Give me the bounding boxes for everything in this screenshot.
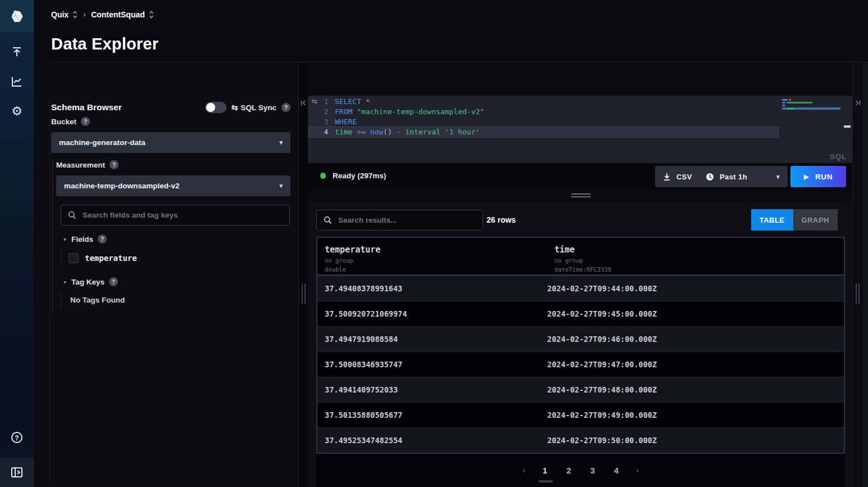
app-window: ⚙ ? Quix › ContentSquad bbox=[0, 0, 868, 487]
results-view-tabs: TABLE GRAPH bbox=[751, 209, 838, 231]
horizontal-splitter-handle[interactable] bbox=[571, 193, 590, 197]
collapse-caret-icon[interactable]: ▾ bbox=[63, 236, 66, 242]
table-cell: 37.500920721069974 bbox=[317, 309, 547, 318]
table-row[interactable]: 37.495253474825542024-02-27T09:50:00.000… bbox=[317, 427, 844, 453]
metrics-icon[interactable] bbox=[0, 74, 34, 89]
collapse-right-icon[interactable] bbox=[855, 100, 861, 106]
breadcrumb-workspace[interactable]: ContentSquad bbox=[91, 10, 154, 19]
line-number: 1 bbox=[308, 97, 335, 107]
measurement-dropdown[interactable]: machine-temp-downsampled-v2 ▾ bbox=[56, 175, 290, 196]
next-page-icon[interactable]: › bbox=[633, 466, 642, 475]
tab-table[interactable]: TABLE bbox=[751, 209, 793, 231]
table-cell: 2024-02-27T09:50:00.000Z bbox=[547, 436, 844, 445]
table-cell: 2024-02-27T09:46:00.000Z bbox=[547, 335, 844, 344]
results-table: temperature no group double time no grou… bbox=[316, 237, 845, 454]
table-cell: 37.50135880505677 bbox=[317, 411, 547, 420]
table-cell: 2024-02-27T09:45:00.000Z bbox=[547, 309, 844, 318]
editor-language-badge: SQL bbox=[830, 152, 847, 161]
query-status-bar: Ready (297ms) CSV Past 1h ▾ ▶ RUN bbox=[308, 163, 852, 190]
settings-gear-icon[interactable]: ⚙ bbox=[0, 103, 34, 119]
org-switcher-icon[interactable] bbox=[72, 11, 78, 19]
fields-label: Fields bbox=[71, 235, 93, 244]
table-cell: 37.49525347482554 bbox=[317, 436, 547, 445]
line-number: 3 bbox=[308, 117, 335, 127]
code-text: SELECT * bbox=[335, 97, 370, 107]
collapse-caret-icon[interactable]: ▾ bbox=[63, 279, 66, 285]
page-button-4[interactable]: 4 bbox=[611, 463, 621, 477]
column-header-time[interactable]: time no group dateTime:RFC3339 bbox=[555, 245, 611, 273]
sql-sync-help-icon[interactable]: ? bbox=[281, 103, 290, 112]
csv-label: CSV bbox=[676, 173, 692, 181]
minimap-line bbox=[782, 105, 785, 106]
tag-keys-section-header[interactable]: ▾ Tag Keys ? bbox=[63, 277, 118, 286]
schema-search-input[interactable]: Search fields and tag keys bbox=[61, 205, 290, 226]
table-cell: 37.50008346935747 bbox=[317, 360, 547, 369]
bucket-value: machine-generator-data bbox=[59, 138, 146, 147]
results-search-input[interactable]: Search results... bbox=[316, 210, 483, 231]
editor-minimap[interactable] bbox=[781, 98, 844, 160]
page-title: Data Explorer bbox=[51, 35, 158, 53]
help-icon[interactable]: ? bbox=[0, 430, 34, 445]
measurement-help-icon[interactable]: ? bbox=[110, 160, 119, 169]
bucket-help-icon[interactable]: ? bbox=[81, 117, 90, 126]
download-icon bbox=[663, 173, 671, 181]
splitter-handle[interactable] bbox=[856, 283, 860, 304]
page-button-2[interactable]: 2 bbox=[563, 463, 574, 477]
workspace-switcher-icon[interactable] bbox=[149, 11, 154, 19]
code-line[interactable]: 3WHERE bbox=[308, 117, 779, 127]
fields-section-header[interactable]: ▾ Fields ? bbox=[63, 235, 107, 244]
table-cell: 2024-02-27T09:48:00.000Z bbox=[547, 385, 844, 394]
table-row[interactable]: 37.494083789916432024-02-27T09:44:00.000… bbox=[317, 276, 844, 301]
code-line[interactable]: 4time >= now() - interval '1 hour' bbox=[308, 127, 779, 137]
sql-sync-toggle[interactable] bbox=[205, 102, 226, 113]
breadcrumb-org[interactable]: Quix bbox=[51, 10, 78, 19]
collapse-left-icon[interactable] bbox=[300, 100, 307, 106]
no-tags-message: No Tags Found bbox=[70, 296, 125, 304]
line-number: 4 bbox=[308, 127, 335, 137]
play-icon: ▶ bbox=[804, 173, 809, 181]
chevron-down-icon: ▾ bbox=[776, 173, 780, 181]
table-row[interactable]: 37.500083469357472024-02-27T09:47:00.000… bbox=[317, 351, 844, 377]
splitter-handle[interactable] bbox=[302, 283, 306, 304]
tree-guide-line bbox=[52, 159, 53, 313]
table-cell: 37.4941409752033 bbox=[317, 385, 547, 394]
search-icon bbox=[68, 211, 76, 219]
csv-download-button[interactable]: CSV bbox=[655, 166, 700, 187]
table-cell: 37.4947919088584 bbox=[317, 335, 547, 344]
code-line[interactable]: 1SELECT * bbox=[308, 97, 779, 107]
minimap-line bbox=[787, 108, 794, 110]
table-row[interactable]: 37.49479190885842024-02-27T09:46:00.000Z bbox=[317, 326, 844, 351]
table-row[interactable]: 37.5009207210699742024-02-27T09:45:00.00… bbox=[317, 301, 844, 326]
temperature-checkbox[interactable] bbox=[69, 253, 79, 263]
minimap-scroll-thumb[interactable] bbox=[844, 125, 851, 128]
field-item-temperature[interactable]: temperature bbox=[69, 253, 137, 263]
page-button-3[interactable]: 3 bbox=[588, 463, 598, 477]
time-range-dropdown[interactable]: Past 1h ▾ bbox=[698, 166, 788, 187]
run-button[interactable]: ▶ RUN bbox=[790, 166, 846, 187]
measurement-label: Measurement bbox=[56, 161, 105, 169]
sql-editor[interactable]: ⇆ 1SELECT *2FROM "machine-temp-downsampl… bbox=[308, 96, 852, 163]
tab-graph[interactable]: GRAPH bbox=[793, 209, 838, 231]
prev-page-icon[interactable]: ‹ bbox=[519, 466, 528, 475]
table-row[interactable]: 37.49414097520332024-02-27T09:48:00.000Z bbox=[317, 377, 844, 402]
right-splitter[interactable] bbox=[852, 62, 868, 487]
chevron-down-icon: ▾ bbox=[279, 139, 283, 146]
breadcrumb-workspace-label: ContentSquad bbox=[91, 10, 145, 19]
bucket-dropdown[interactable]: machine-generator-data ▾ bbox=[51, 132, 290, 153]
svg-text:?: ? bbox=[15, 434, 19, 442]
row-count: 26 rows bbox=[487, 215, 516, 224]
expand-panel-icon[interactable] bbox=[0, 458, 34, 487]
quix-logo[interactable] bbox=[0, 0, 34, 32]
fields-help-icon[interactable]: ? bbox=[98, 235, 107, 244]
tag-keys-help-icon[interactable]: ? bbox=[109, 277, 118, 286]
left-splitter[interactable] bbox=[298, 62, 308, 487]
temperature-field-label: temperature bbox=[85, 254, 137, 263]
upload-icon[interactable] bbox=[0, 44, 34, 60]
page-button-1[interactable]: 1 bbox=[540, 463, 550, 477]
column-header-temperature[interactable]: temperature no group double bbox=[325, 245, 380, 273]
table-row[interactable]: 37.501358805056772024-02-27T09:49:00.000… bbox=[317, 402, 844, 427]
status-ready-dot bbox=[320, 173, 326, 179]
table-cell: 37.49408378991643 bbox=[317, 284, 547, 293]
table-body: 37.494083789916432024-02-27T09:44:00.000… bbox=[317, 276, 844, 453]
code-line[interactable]: 2FROM "machine-temp-downsampled-v2" bbox=[308, 107, 779, 117]
